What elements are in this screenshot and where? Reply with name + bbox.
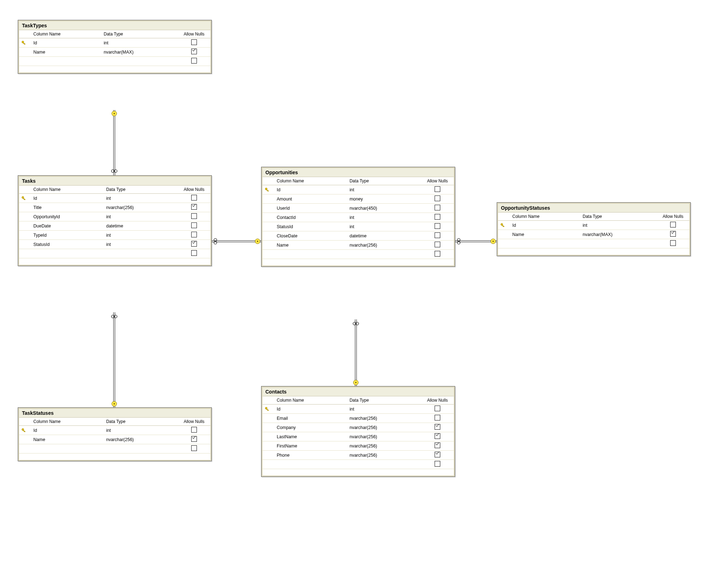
table-title: Tasks — [19, 177, 210, 186]
header-data-type: Data Type — [580, 213, 657, 221]
relationship[interactable] — [111, 110, 117, 175]
relationship[interactable] — [454, 238, 497, 244]
allow-nulls-checkbox[interactable] — [421, 441, 454, 451]
pk-cell — [19, 444, 31, 453]
svg-point-5 — [114, 170, 117, 172]
svg-point-26 — [491, 239, 496, 244]
svg-point-8 — [112, 401, 117, 406]
table-opportunitystatuses[interactable]: OpportunityStatuses Column NameData Type… — [497, 202, 691, 256]
pk-cell — [19, 57, 31, 66]
allow-nulls-checkbox[interactable] — [657, 230, 689, 239]
column-row[interactable]: ContactIdint — [263, 213, 454, 222]
pk-cell — [498, 230, 510, 239]
column-type — [347, 460, 421, 469]
column-row[interactable]: CloseDatedatetime — [263, 231, 454, 241]
checkbox-icon — [435, 442, 440, 448]
checkbox-icon — [191, 436, 197, 442]
checkbox-icon — [191, 427, 197, 433]
allow-nulls-checkbox[interactable] — [421, 423, 454, 432]
allow-nulls-checkbox[interactable] — [421, 213, 454, 222]
column-type — [104, 444, 178, 453]
column-row[interactable]: Idint — [263, 185, 454, 194]
column-row[interactable]: UserIdnvarchar(450) — [263, 204, 454, 213]
column-row[interactable]: StatusIdint — [19, 240, 210, 249]
allow-nulls-checkbox[interactable] — [178, 435, 210, 444]
column-row[interactable]: Namenvarchar(256) — [19, 435, 210, 444]
column-row[interactable]: Titlenvarchar(256) — [19, 203, 210, 212]
allow-nulls-checkbox[interactable] — [421, 405, 454, 414]
table-contacts[interactable]: Contacts Column NameData TypeAllow Nulls… — [261, 386, 455, 477]
header-column-name: Column Name — [275, 396, 347, 405]
column-row[interactable]: Idint — [19, 38, 210, 48]
allow-nulls-checkbox[interactable] — [178, 240, 210, 249]
column-row[interactable]: OpportunityIdint — [19, 212, 210, 221]
table-taskstatuses[interactable]: TaskStatuses Column NameData TypeAllow N… — [18, 407, 212, 461]
primary-key-icon — [21, 40, 29, 45]
allow-nulls-checkbox[interactable] — [178, 249, 210, 258]
allow-nulls-checkbox[interactable] — [421, 231, 454, 241]
column-row[interactable]: Idint — [263, 405, 454, 414]
allow-nulls-checkbox[interactable] — [178, 221, 210, 231]
allow-nulls-checkbox[interactable] — [178, 57, 210, 66]
column-type: int — [101, 38, 178, 48]
column-grid: Column NameData TypeAllow NullsIdintName… — [498, 213, 689, 248]
relationship[interactable] — [211, 238, 261, 244]
allow-nulls-checkbox[interactable] — [178, 203, 210, 212]
column-row[interactable]: Phonenvarchar(256) — [263, 451, 454, 460]
header-data-type: Data Type — [347, 396, 421, 405]
column-row[interactable]: FirstNamenvarchar(256) — [263, 441, 454, 451]
column-row[interactable] — [19, 57, 210, 66]
checkbox-icon — [435, 186, 440, 192]
column-row[interactable]: Namenvarchar(MAX) — [19, 48, 210, 57]
allow-nulls-checkbox[interactable] — [178, 48, 210, 57]
column-row[interactable]: Idint — [19, 194, 210, 203]
allow-nulls-checkbox[interactable] — [421, 194, 454, 204]
allow-nulls-checkbox[interactable] — [657, 239, 689, 248]
table-opportunities[interactable]: Opportunities Column NameData TypeAllow … — [261, 167, 455, 267]
column-row[interactable] — [263, 460, 454, 469]
allow-nulls-checkbox[interactable] — [421, 432, 454, 441]
allow-nulls-checkbox[interactable] — [178, 212, 210, 221]
column-row[interactable]: Companynvarchar(256) — [263, 423, 454, 432]
column-type — [347, 250, 421, 259]
column-row[interactable]: Namenvarchar(MAX) — [498, 230, 689, 239]
column-row[interactable] — [263, 250, 454, 259]
allow-nulls-checkbox[interactable] — [178, 426, 210, 435]
column-name: Id — [510, 221, 580, 230]
pk-cell — [263, 185, 275, 194]
allow-nulls-checkbox[interactable] — [657, 221, 689, 230]
column-type: int — [347, 405, 421, 414]
column-row[interactable]: Idint — [498, 221, 689, 230]
column-row[interactable]: LastNamenvarchar(256) — [263, 432, 454, 441]
column-row[interactable]: TypeIdint — [19, 231, 210, 240]
allow-nulls-checkbox[interactable] — [421, 204, 454, 213]
column-row[interactable] — [498, 239, 689, 248]
primary-key-icon — [21, 428, 29, 433]
column-type: nvarchar(256) — [347, 432, 421, 441]
column-row[interactable]: Amountmoney — [263, 194, 454, 204]
column-row[interactable]: DueDatedatetime — [19, 221, 210, 231]
pk-cell — [19, 212, 31, 221]
column-row[interactable]: StatusIdint — [263, 222, 454, 231]
relationship[interactable] — [111, 312, 117, 407]
allow-nulls-checkbox[interactable] — [421, 185, 454, 194]
allow-nulls-checkbox[interactable] — [178, 444, 210, 453]
column-row[interactable] — [19, 444, 210, 453]
allow-nulls-checkbox[interactable] — [421, 222, 454, 231]
header-data-type: Data Type — [104, 186, 178, 194]
allow-nulls-checkbox[interactable] — [421, 460, 454, 469]
table-tasks[interactable]: Tasks Column NameData TypeAllow NullsIdi… — [18, 175, 212, 266]
relationship[interactable] — [353, 319, 359, 386]
allow-nulls-checkbox[interactable] — [421, 414, 454, 423]
allow-nulls-checkbox[interactable] — [421, 451, 454, 460]
allow-nulls-checkbox[interactable] — [421, 250, 454, 259]
table-tasktypes[interactable]: TaskTypes Column NameData TypeAllow Null… — [18, 20, 212, 74]
allow-nulls-checkbox[interactable] — [178, 38, 210, 48]
column-row[interactable]: Namenvarchar(256) — [263, 241, 454, 250]
column-row[interactable]: Idint — [19, 426, 210, 435]
allow-nulls-checkbox[interactable] — [178, 194, 210, 203]
column-row[interactable]: Emailnvarchar(256) — [263, 414, 454, 423]
column-row[interactable] — [19, 249, 210, 258]
allow-nulls-checkbox[interactable] — [421, 241, 454, 250]
allow-nulls-checkbox[interactable] — [178, 231, 210, 240]
